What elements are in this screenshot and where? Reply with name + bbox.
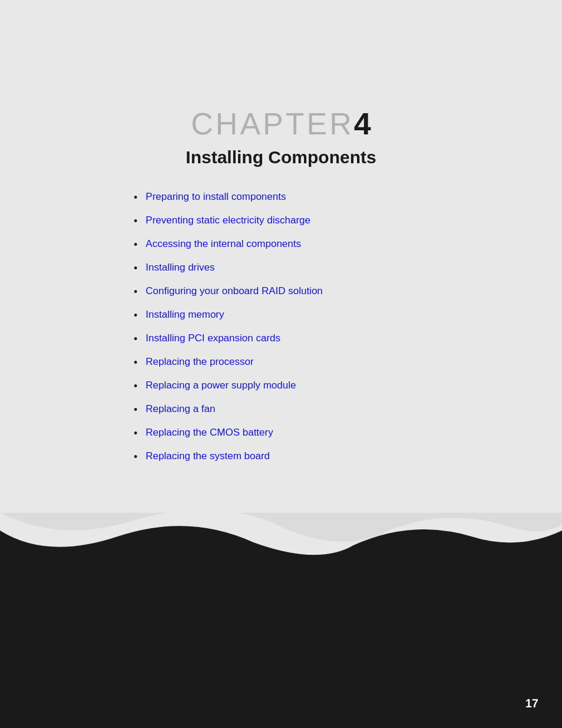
bullet-icon: • bbox=[134, 309, 137, 322]
toc-link-12[interactable]: Replacing the system board bbox=[146, 450, 270, 462]
list-item: • Configuring your onboard RAID solution bbox=[134, 285, 428, 298]
list-item: • Preparing to install components bbox=[134, 191, 428, 204]
list-item: • Replacing a power supply module bbox=[134, 380, 428, 393]
bullet-icon: • bbox=[134, 239, 137, 251]
toc-link-10[interactable]: Replacing a fan bbox=[146, 403, 215, 415]
chapter-title: Installing Components bbox=[186, 147, 376, 167]
toc-link-8[interactable]: Replacing the processor bbox=[146, 356, 253, 368]
list-item: • Installing PCI expansion cards bbox=[134, 332, 428, 345]
chapter-heading: CHAPTER4 bbox=[191, 106, 371, 141]
toc-link-2[interactable]: Preventing static electricity discharge bbox=[146, 215, 310, 226]
list-item: • Accessing the internal components bbox=[134, 238, 428, 251]
toc-link-4[interactable]: Installing drives bbox=[146, 262, 214, 274]
bullet-icon: • bbox=[134, 286, 137, 298]
toc-link-11[interactable]: Replacing the CMOS battery bbox=[146, 427, 273, 439]
list-item: • Replacing the CMOS battery bbox=[134, 427, 428, 440]
bullet-icon: • bbox=[134, 215, 137, 228]
toc-link-3[interactable]: Accessing the internal components bbox=[146, 238, 301, 250]
toc-link-6[interactable]: Installing memory bbox=[146, 309, 224, 321]
bullet-icon: • bbox=[134, 262, 137, 275]
bullet-icon: • bbox=[134, 404, 137, 416]
page-content: CHAPTER4 Installing Components • Prepari… bbox=[0, 0, 562, 513]
footer-section: 17 bbox=[0, 513, 562, 728]
wave-decoration bbox=[0, 513, 562, 566]
bullet-icon: • bbox=[134, 333, 137, 345]
bullet-icon: • bbox=[134, 357, 137, 369]
toc-list: • Preparing to install components • Prev… bbox=[134, 191, 428, 474]
page-number: 17 bbox=[525, 697, 538, 710]
bullet-icon: • bbox=[134, 380, 137, 393]
chapter-number: 4 bbox=[354, 107, 371, 141]
bullet-icon: • bbox=[134, 451, 137, 463]
toc-link-7[interactable]: Installing PCI expansion cards bbox=[146, 332, 280, 344]
toc-link-9[interactable]: Replacing a power supply module bbox=[146, 380, 296, 391]
toc-link-5[interactable]: Configuring your onboard RAID solution bbox=[146, 285, 323, 297]
list-item: • Replacing a fan bbox=[134, 403, 428, 416]
chapter-prefix: CHAPTER bbox=[191, 107, 353, 141]
toc-link-1[interactable]: Preparing to install components bbox=[146, 191, 286, 203]
list-item: • Preventing static electricity discharg… bbox=[134, 215, 428, 228]
list-item: • Installing drives bbox=[134, 262, 428, 275]
list-item: • Replacing the system board bbox=[134, 450, 428, 463]
bullet-icon: • bbox=[134, 427, 137, 440]
list-item: • Installing memory bbox=[134, 309, 428, 322]
bullet-icon: • bbox=[134, 192, 137, 204]
list-item: • Replacing the processor bbox=[134, 356, 428, 369]
